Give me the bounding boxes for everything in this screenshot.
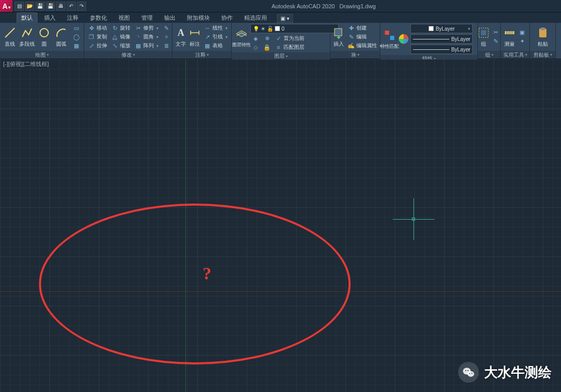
panel-util-title[interactable]: 实用工具 [501,51,529,59]
qat-open-icon[interactable]: 📂 [25,2,34,11]
edit-block-button[interactable]: ✎编辑 [346,33,383,41]
create-block-icon: ✚ [348,24,355,32]
draw-extra-2[interactable]: ◯ [71,33,82,41]
qat-new-icon[interactable]: ▤ [15,2,24,11]
edit-attr-icon: ✍ [348,42,355,49]
layer-tool-2[interactable]: ◇ [250,43,261,51]
draw-extra-1[interactable]: ▭ [71,24,82,32]
viewport-label[interactable]: [-][俯视][二维线框] [2,60,50,68]
mirror-icon: ⧋ [111,33,118,40]
linear-dim-button[interactable]: ↔线性 [202,24,229,32]
edit-attr-button[interactable]: ✍编辑属性 [346,42,383,50]
arc-button[interactable]: 圆弧 [53,24,69,50]
tab-annotate[interactable]: 注释 [62,12,83,23]
window-title: Autodesk AutoCAD 2020 Drawing1.dwg [86,3,561,9]
wechat-icon [458,362,479,383]
lineweight-dropdown[interactable]: ByLayer [410,34,473,44]
make-current-button[interactable]: ✓置为当前 [273,34,306,43]
copy-button[interactable]: ❐复制 [86,33,109,41]
polyline-button[interactable]: 多段线 [19,24,35,50]
move-button[interactable]: ✥移动 [86,24,109,32]
app-menu-button[interactable]: A [0,0,12,12]
tab-insert[interactable]: 插入 [39,12,60,23]
layer-dropdown[interactable]: 💡 ☀ 🔓 0 [250,24,339,33]
grid-line [0,168,561,168]
paste-button[interactable]: 粘贴 [534,24,552,50]
color-wheel-button[interactable] [398,26,409,52]
explode-button[interactable]: ✧ [161,33,171,41]
insert-block-button[interactable]: 插入 [332,24,345,50]
grid-line [405,59,405,392]
tab-parametric[interactable]: 参数化 [85,12,112,23]
qat-redo-icon[interactable]: ↷ [77,2,86,11]
dimension-button[interactable]: 标注 [189,24,202,50]
panel-block-title[interactable]: 块 [330,51,380,59]
array-icon: ▦ [135,42,142,49]
ellipse-icon: ◯ [73,33,80,40]
measure-button[interactable]: 测量 [503,24,516,50]
leader-button[interactable]: ↗引线 [202,33,229,41]
panel-group: 组 ✂ ✎ 组 [478,23,501,59]
tab-overflow-button[interactable]: ▣ ▾ [277,14,293,23]
group-extra-1[interactable]: ✂ [491,29,501,37]
match-props-button[interactable]: 特性匹配 [382,26,397,52]
table-button[interactable]: ▦表格 [202,42,229,50]
trim-icon: ✂ [135,24,142,32]
line-button[interactable]: 直线 [2,24,18,50]
polyline-icon [21,26,33,39]
tab-collab[interactable]: 协作 [217,12,237,23]
group-extra-2[interactable]: ✎ [491,37,501,46]
tab-addins[interactable]: 附加模块 [182,12,215,23]
offset-button[interactable]: ≣ [161,42,171,50]
color-dropdown[interactable]: ByLayer [410,24,473,33]
erase-button[interactable]: ✎ [161,24,171,32]
draw-extra-3[interactable]: ▦ [71,42,82,50]
grid-line [10,59,10,392]
match-layer-button[interactable]: ≡匹配图层 [273,43,306,51]
util-extra-2[interactable]: ✦ [517,37,527,46]
group-button[interactable]: 组 [477,24,490,50]
trim-button[interactable]: ✂修剪 [133,24,160,32]
scale-button[interactable]: ⤡缩放 [110,42,132,50]
circle-button[interactable]: 圆 [36,24,52,50]
tab-manage[interactable]: 管理 [137,12,157,23]
linetype-dropdown[interactable]: ByLayer [410,45,473,54]
hatch-icon: ▦ [73,42,80,49]
panel-draw-title[interactable]: 绘图 [0,51,84,59]
layer-properties-button[interactable]: 图层特性 [234,25,249,51]
tab-output[interactable]: 输出 [159,12,180,23]
text-button[interactable]: A 文字 [175,24,188,50]
panel-annotate-title[interactable]: 注释 [172,51,231,59]
qat-plot-icon[interactable]: 🖶 [56,2,65,11]
panel-draw: 直线 多段线 圆 圆弧 ▭ ◯ [0,23,84,59]
drawing-canvas[interactable]: [-][俯视][二维线框] ? 大水牛测绘 [0,59,561,392]
layer-tool-4[interactable]: 🔒 [262,43,272,51]
qat-undo-icon[interactable]: ↶ [66,2,76,11]
circle-label: 圆 [42,40,47,48]
color-swatch [429,26,434,31]
rotate-button[interactable]: ↻旋转 [110,24,132,32]
array-button[interactable]: ▦阵列 [133,42,160,50]
svg-rect-6 [481,30,486,35]
circle-icon [38,26,50,39]
util-extra-1[interactable]: ▣ [517,29,527,37]
tab-featured[interactable]: 精选应用 [239,12,272,23]
fillet-button[interactable]: ◝圆角 [133,33,160,41]
grid-line [0,148,561,148]
mirror-button[interactable]: ⧋镜像 [110,33,132,41]
tab-default[interactable]: 默认 [17,12,37,23]
tab-view[interactable]: 视图 [114,12,135,23]
svg-point-13 [468,370,469,371]
layer-tool-3[interactable]: ❄ [262,34,272,43]
panel-layers-title[interactable]: 图层 [232,52,330,60]
panel-modify-title[interactable]: 修改 [84,51,172,59]
panel-clip-title[interactable]: 剪贴板 [530,51,555,59]
panel-group-title[interactable]: 组 [478,51,500,59]
qat-saveas-icon[interactable]: 💾 [46,2,55,11]
linetype-preview [413,49,449,50]
grid-line [484,59,484,392]
qat-save-icon[interactable]: 💾 [35,2,45,11]
layer-tool-1[interactable]: ◈ [250,34,261,43]
stretch-button[interactable]: ⤢拉伸 [86,42,109,50]
create-block-button[interactable]: ✚创建 [346,24,383,32]
